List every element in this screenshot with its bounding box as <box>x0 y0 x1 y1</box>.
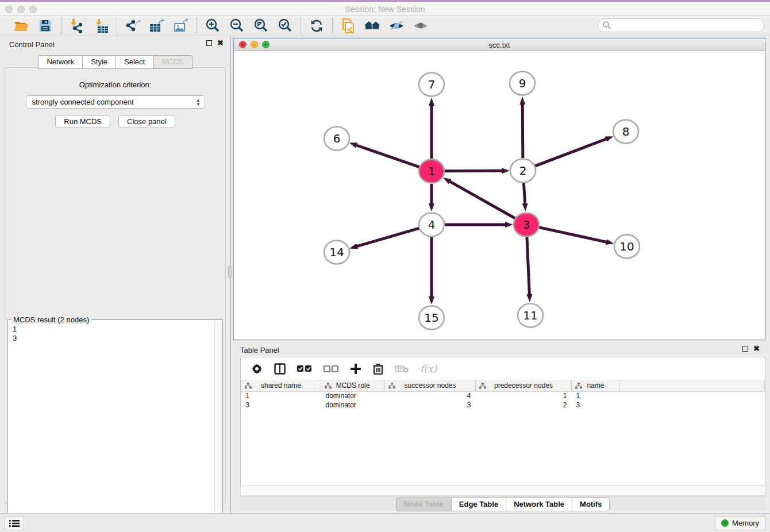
memory-button[interactable]: Memory <box>715 516 765 530</box>
node-11[interactable]: 11 <box>518 304 543 327</box>
select-all-icon[interactable] <box>297 365 312 373</box>
svg-text:10: 10 <box>619 240 634 253</box>
search-input[interactable] <box>598 18 764 32</box>
column-header-shared-name[interactable]: shared name <box>241 380 321 391</box>
tab-node-table[interactable]: Node Table <box>396 498 451 511</box>
table-horizontal-scrollbar[interactable] <box>240 485 765 496</box>
column-header-filler <box>620 380 765 391</box>
export-image-icon[interactable] <box>172 18 190 34</box>
node-9[interactable]: 9 <box>510 72 535 95</box>
add-column-icon[interactable] <box>350 363 361 375</box>
cell-filler <box>620 391 765 400</box>
edge-3-11[interactable] <box>527 237 529 295</box>
node-8[interactable]: 8 <box>613 120 638 144</box>
svg-text:11: 11 <box>523 309 537 322</box>
close-table-panel-icon[interactable]: ✖ <box>753 346 760 352</box>
export-table-icon[interactable] <box>148 18 165 34</box>
node-1[interactable]: 1 <box>419 160 444 183</box>
table-settings-icon[interactable] <box>251 363 263 375</box>
float-table-panel-icon[interactable] <box>742 346 748 352</box>
network-canvas[interactable]: 7968124314101511 <box>234 51 765 340</box>
mcds-result-scrollbar[interactable] <box>214 321 222 532</box>
import-network-icon[interactable] <box>68 18 86 34</box>
network-window-titlebar[interactable]: ✕ − + scc.txt <box>234 38 765 51</box>
table-row[interactable]: 1dominator411 <box>241 391 765 400</box>
cell[interactable]: 4 <box>385 391 476 400</box>
tab-mcds[interactable]: MCDS <box>153 55 192 69</box>
node-2[interactable]: 2 <box>510 159 536 183</box>
svg-text:15: 15 <box>424 311 438 325</box>
node-3[interactable]: 3 <box>514 213 539 237</box>
task-history-button[interactable] <box>5 516 24 530</box>
table-panel: Table Panel ✖ <box>233 342 765 510</box>
cell[interactable]: 1 <box>572 391 620 400</box>
edge-2-3[interactable] <box>523 183 525 204</box>
edge-1-6[interactable] <box>356 145 419 167</box>
hide-selected-icon[interactable] <box>388 18 405 34</box>
tab-motifs[interactable]: Motifs <box>572 498 610 511</box>
home-icon[interactable] <box>364 18 381 34</box>
float-panel-icon[interactable] <box>206 40 212 46</box>
close-panel-button[interactable]: Close panel <box>118 115 175 128</box>
table-row[interactable]: 3dominator323 <box>241 400 765 410</box>
cell[interactable]: 3 <box>572 400 620 410</box>
open-session-icon[interactable] <box>13 18 30 34</box>
export-network-icon[interactable] <box>124 18 141 34</box>
function-builder-icon[interactable]: f(x) <box>420 363 437 375</box>
network-graph[interactable]: 7968124314101511 <box>234 51 765 340</box>
delete-column-icon[interactable] <box>373 363 383 375</box>
zoom-fit-icon[interactable] <box>252 18 270 34</box>
svg-text:4: 4 <box>428 218 436 232</box>
tab-select[interactable]: Select <box>116 55 153 69</box>
cell[interactable]: dominator <box>321 400 385 410</box>
node-7[interactable]: 7 <box>419 73 444 97</box>
network-window-title: scc.txt <box>234 41 765 49</box>
edge-4-14[interactable] <box>357 228 419 246</box>
cell[interactable]: 3 <box>241 400 321 410</box>
table-header-row[interactable]: shared nameMCDS rolesuccessor nodesprede… <box>241 380 765 391</box>
cell[interactable]: 1 <box>476 391 572 400</box>
svg-text:14: 14 <box>329 245 344 259</box>
edge-1-2[interactable] <box>444 171 502 171</box>
deselect-all-icon[interactable] <box>324 365 338 373</box>
run-mcds-button[interactable]: Run MCDS <box>55 115 110 128</box>
tab-edge-table[interactable]: Edge Table <box>451 498 506 511</box>
save-session-icon[interactable] <box>37 18 54 34</box>
mcds-result-line: 1 <box>13 325 214 334</box>
node-15[interactable]: 15 <box>419 306 444 330</box>
column-header-predecessor-nodes[interactable]: predecessor nodes <box>476 380 572 391</box>
import-table-icon[interactable] <box>93 18 110 34</box>
show-column-icon[interactable] <box>274 363 286 375</box>
cell[interactable]: 2 <box>476 400 572 410</box>
tab-network-table[interactable]: Network Table <box>506 498 572 511</box>
clone-network-icon[interactable] <box>340 18 357 34</box>
edge-3-10[interactable] <box>538 228 606 242</box>
node-6[interactable]: 6 <box>324 127 349 151</box>
tab-style[interactable]: Style <box>82 55 116 69</box>
zoom-selected-icon[interactable] <box>276 18 294 34</box>
zoom-in-icon[interactable] <box>204 18 221 34</box>
tab-network[interactable]: Network <box>38 55 82 69</box>
criterion-select[interactable]: strongly connected component ▲▼ <box>26 95 205 109</box>
delete-table-icon[interactable] <box>395 364 409 373</box>
edge-3-1[interactable] <box>449 182 515 219</box>
node-4[interactable]: 4 <box>419 213 444 237</box>
memory-label: Memory <box>732 519 759 527</box>
node-10[interactable]: 10 <box>614 235 640 259</box>
refresh-layout-icon[interactable] <box>308 18 325 34</box>
zoom-out-icon[interactable] <box>228 18 245 34</box>
column-header-successor-nodes[interactable]: successor nodes <box>385 380 476 391</box>
cell[interactable]: 1 <box>241 391 321 400</box>
edge-2-8[interactable] <box>535 139 607 166</box>
panel-splitter-handle[interactable] <box>228 266 232 277</box>
node-14[interactable]: 14 <box>324 241 349 264</box>
column-header-MCDS-role[interactable]: MCDS role <box>321 380 385 391</box>
show-all-icon[interactable] <box>412 18 429 34</box>
cell[interactable]: 3 <box>385 400 476 410</box>
close-panel-icon[interactable]: ✖ <box>217 40 224 46</box>
column-header-name[interactable]: name <box>572 380 620 391</box>
cell[interactable]: dominator <box>321 391 385 400</box>
memory-status-icon <box>721 519 729 527</box>
edge-2-9[interactable] <box>522 104 523 158</box>
mcds-result-text[interactable]: 13 <box>8 321 214 532</box>
